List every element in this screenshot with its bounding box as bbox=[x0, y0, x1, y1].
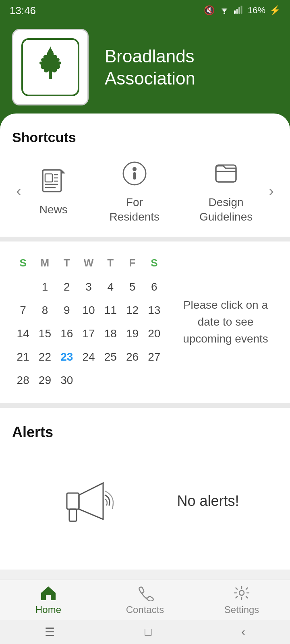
cal-date-23-today[interactable]: 23 bbox=[56, 347, 77, 367]
battery-icon: ⚡ bbox=[269, 5, 280, 16]
calendar-hint: Please click on a date to see upcoming e… bbox=[165, 254, 278, 391]
cal-date-26[interactable]: 26 bbox=[122, 347, 143, 367]
shortcuts-next-button[interactable]: › bbox=[265, 178, 278, 204]
svg-rect-7 bbox=[45, 174, 52, 182]
alerts-title: Alerts bbox=[12, 424, 278, 441]
cal-date-19[interactable]: 19 bbox=[122, 323, 143, 344]
cal-date-empty4 bbox=[122, 370, 143, 391]
cal-header-mon: M bbox=[34, 254, 56, 272]
cal-date-2[interactable]: 2 bbox=[56, 277, 77, 297]
cal-date-13[interactable]: 13 bbox=[144, 300, 165, 321]
calendar-day-headers: S M T W T F S bbox=[12, 254, 165, 272]
design-icon bbox=[210, 157, 242, 190]
wifi-icon bbox=[219, 5, 230, 16]
mute-icon: 🔇 bbox=[204, 5, 215, 16]
cal-date-17[interactable]: 17 bbox=[78, 323, 99, 344]
calendar-section: S M T W T F S 1 2 3 4 5 6 7 8 9 bbox=[0, 242, 290, 403]
phone-icon bbox=[136, 585, 154, 601]
shortcut-news[interactable]: News bbox=[37, 165, 70, 217]
cal-date-3[interactable]: 3 bbox=[78, 277, 99, 297]
svg-rect-4 bbox=[240, 6, 242, 14]
divider-2 bbox=[0, 403, 290, 408]
cal-date-27[interactable]: 27 bbox=[144, 347, 165, 367]
svg-rect-17 bbox=[67, 493, 79, 509]
nav-settings-label: Settings bbox=[224, 604, 259, 615]
nav-back-icon[interactable]: ‹ bbox=[241, 625, 245, 638]
design-label: DesignGuidelines bbox=[199, 195, 253, 225]
cal-date-6[interactable]: 6 bbox=[144, 277, 165, 297]
cal-date-12[interactable]: 12 bbox=[122, 300, 143, 321]
shortcuts-section: Shortcuts ‹ bbox=[0, 130, 290, 237]
shortcuts-prev-button[interactable]: ‹ bbox=[12, 178, 25, 204]
cal-header-fri: F bbox=[121, 254, 143, 272]
cal-date-1[interactable]: 1 bbox=[34, 277, 55, 297]
cal-date-5[interactable]: 5 bbox=[122, 277, 143, 297]
status-bar: 13:46 🔇 16% ⚡ bbox=[0, 0, 290, 21]
nav-home-sys-icon[interactable]: □ bbox=[145, 625, 151, 638]
cal-header-tue: T bbox=[56, 254, 78, 272]
svg-rect-3 bbox=[238, 7, 240, 14]
alerts-section: Alerts No alerts! bbox=[0, 408, 290, 570]
cal-date-14[interactable]: 14 bbox=[12, 323, 33, 344]
cal-date-8[interactable]: 8 bbox=[34, 300, 55, 321]
signal-icon bbox=[234, 5, 244, 16]
cal-date-empty5 bbox=[144, 370, 165, 391]
cal-date-30[interactable]: 30 bbox=[56, 370, 77, 391]
news-icon bbox=[37, 165, 70, 197]
system-nav-bar: ☰ □ ‹ bbox=[0, 620, 290, 644]
cal-date-7[interactable]: 7 bbox=[12, 300, 33, 321]
app-title: BroadlandsAssociation bbox=[105, 45, 195, 89]
cal-date-empty3 bbox=[100, 370, 121, 391]
app-logo bbox=[12, 29, 89, 105]
divider-1 bbox=[0, 237, 290, 242]
cal-date-11[interactable]: 11 bbox=[100, 300, 121, 321]
cal-date-15[interactable]: 15 bbox=[34, 323, 55, 344]
bottom-navigation: Home Contacts Settings bbox=[0, 580, 290, 620]
cal-date-9[interactable]: 9 bbox=[56, 300, 77, 321]
svg-rect-1 bbox=[234, 10, 236, 14]
home-icon bbox=[39, 585, 57, 601]
megaphone-icon bbox=[51, 473, 115, 529]
svg-rect-16 bbox=[133, 172, 136, 180]
nav-settings[interactable]: Settings bbox=[193, 580, 290, 620]
settings-icon bbox=[233, 585, 251, 601]
cal-date-24[interactable]: 24 bbox=[78, 347, 99, 367]
cal-header-sat: S bbox=[143, 254, 165, 272]
cal-date-10[interactable]: 10 bbox=[78, 300, 99, 321]
shortcut-residents[interactable]: ForResidents bbox=[110, 157, 160, 225]
nav-contacts[interactable]: Contacts bbox=[97, 580, 193, 620]
news-label: News bbox=[39, 202, 68, 217]
cal-date-20[interactable]: 20 bbox=[144, 323, 165, 344]
nav-home[interactable]: Home bbox=[0, 580, 97, 620]
nav-contacts-label: Contacts bbox=[126, 604, 164, 615]
cal-date-22[interactable]: 22 bbox=[34, 347, 55, 367]
cal-date-4[interactable]: 4 bbox=[100, 277, 121, 297]
nav-home-label: Home bbox=[35, 604, 61, 615]
cal-date-16[interactable]: 16 bbox=[56, 323, 77, 344]
shortcuts-row: ‹ bbox=[12, 157, 278, 225]
calendar-hint-text: Please click on a date to see upcoming e… bbox=[173, 297, 278, 347]
svg-point-15 bbox=[133, 167, 137, 171]
shortcuts-title: Shortcuts bbox=[12, 130, 278, 145]
cal-date-18[interactable]: 18 bbox=[100, 323, 121, 344]
cal-header-thu: T bbox=[99, 254, 121, 272]
svg-rect-18 bbox=[69, 509, 77, 521]
calendar-dates: 1 2 3 4 5 6 7 8 9 10 11 12 13 14 15 16 1… bbox=[12, 277, 165, 391]
svg-point-19 bbox=[239, 590, 244, 595]
cal-date-25[interactable]: 25 bbox=[100, 347, 121, 367]
cal-header-sun: S bbox=[12, 254, 34, 272]
svg-rect-2 bbox=[236, 9, 238, 14]
residents-icon bbox=[118, 157, 151, 190]
logo-image bbox=[20, 37, 81, 97]
shortcuts-items: News ForResidents bbox=[25, 157, 264, 225]
residents-label: ForResidents bbox=[110, 195, 160, 225]
shortcut-design[interactable]: DesignGuidelines bbox=[199, 157, 253, 225]
no-alerts-text: No alerts! bbox=[177, 493, 239, 510]
cal-date-28[interactable]: 28 bbox=[12, 370, 33, 391]
battery-text: 16% bbox=[248, 5, 265, 16]
cal-date-29[interactable]: 29 bbox=[34, 370, 55, 391]
nav-recents-icon[interactable]: ☰ bbox=[45, 625, 55, 639]
cal-date-21[interactable]: 21 bbox=[12, 347, 33, 367]
alerts-content: No alerts! bbox=[12, 457, 278, 545]
svg-point-0 bbox=[224, 12, 225, 14]
